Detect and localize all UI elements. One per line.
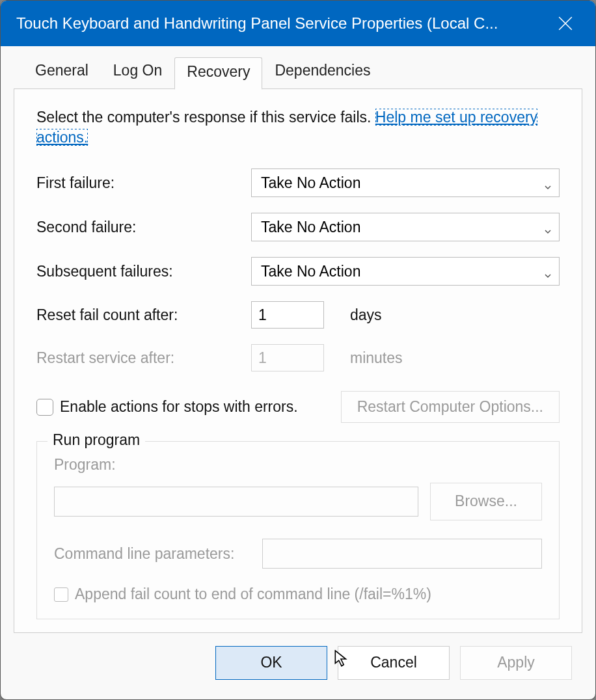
reset-fail-count-input[interactable] <box>251 301 324 329</box>
restart-minutes-label: minutes <box>350 349 403 367</box>
second-failure-label: Second failure: <box>36 219 251 236</box>
tab-log-on[interactable]: Log On <box>101 56 174 88</box>
chevron-down-icon <box>543 267 552 276</box>
titlebar: Touch Keyboard and Handwriting Panel Ser… <box>1 1 595 46</box>
close-icon <box>557 15 574 32</box>
window-title: Touch Keyboard and Handwriting Panel Ser… <box>16 14 535 33</box>
restart-computer-options-button: Restart Computer Options... <box>341 391 560 423</box>
subsequent-failures-combo[interactable]: Take No Action <box>251 257 560 286</box>
close-button[interactable] <box>535 1 595 46</box>
first-failure-combo[interactable]: Take No Action <box>251 168 560 197</box>
run-program-group-title: Run program <box>47 431 145 449</box>
dialog-buttons: OK Cancel Apply <box>14 633 582 690</box>
first-failure-value: Take No Action <box>261 174 360 192</box>
enable-actions-checkbox[interactable] <box>36 399 53 416</box>
second-failure-value: Take No Action <box>261 219 360 236</box>
append-fail-count-checkbox <box>54 587 68 602</box>
browse-button: Browse... <box>430 483 542 520</box>
subsequent-failures-label: Subsequent failures: <box>36 263 251 280</box>
chevron-down-icon <box>543 178 552 187</box>
append-fail-count-label: Append fail count to end of command line… <box>75 586 431 603</box>
properties-dialog: Touch Keyboard and Handwriting Panel Ser… <box>0 0 596 700</box>
reset-fail-count-label: Reset fail count after: <box>36 306 251 324</box>
cancel-button[interactable]: Cancel <box>338 646 450 680</box>
second-failure-combo[interactable]: Take No Action <box>251 213 560 241</box>
reset-days-label: days <box>350 306 382 324</box>
intro-static: Select the computer's response if this s… <box>36 109 375 126</box>
apply-button: Apply <box>460 646 572 680</box>
chevron-down-icon <box>543 222 552 232</box>
restart-service-input <box>251 344 324 371</box>
subsequent-failures-value: Take No Action <box>261 263 360 280</box>
run-program-group: Run program Program: Browse... Command l… <box>36 441 560 619</box>
tab-panel-recovery: Select the computer's response if this s… <box>14 88 582 633</box>
ok-button[interactable]: OK <box>215 646 327 680</box>
cmd-params-label: Command line parameters: <box>54 545 249 563</box>
intro-text: Select the computer's response if this s… <box>36 107 560 148</box>
restart-service-label: Restart service after: <box>36 349 251 367</box>
tab-general[interactable]: General <box>23 56 101 88</box>
tab-recovery[interactable]: Recovery <box>174 57 262 90</box>
first-failure-label: First failure: <box>36 174 251 192</box>
program-input <box>54 487 418 517</box>
enable-actions-label: Enable actions for stops with errors. <box>60 398 298 416</box>
tab-strip: General Log On Recovery Dependencies <box>23 56 582 88</box>
tab-dependencies[interactable]: Dependencies <box>262 56 383 88</box>
dialog-content: General Log On Recovery Dependencies Sel… <box>1 46 595 700</box>
cmd-params-input <box>262 539 542 569</box>
program-label: Program: <box>54 456 542 474</box>
